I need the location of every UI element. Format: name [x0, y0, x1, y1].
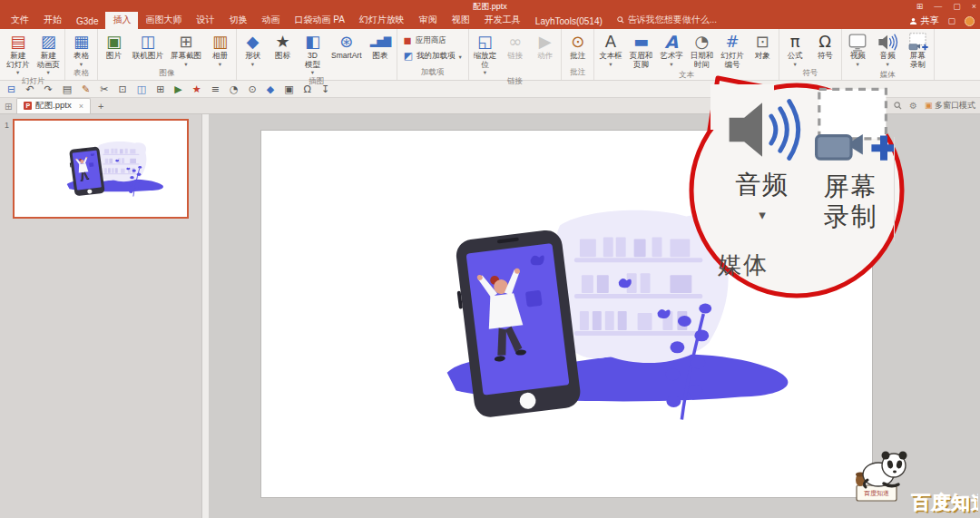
app-store-button[interactable]: ◼应用商店 — [401, 34, 449, 47]
header-footer-button[interactable]: ▬页眉和 页脚 — [626, 30, 657, 70]
date-time-button[interactable]: ◔日期和 时间 — [687, 30, 718, 70]
close-button[interactable]: × — [972, 0, 976, 13]
new-slide-button[interactable]: ▤新建 幻灯片▾ — [3, 30, 34, 76]
picture-icon[interactable]: ▣ — [284, 81, 293, 98]
tab-review[interactable]: 审阅 — [412, 12, 445, 29]
tell-me-box[interactable]: 告诉我您想要做什么... — [610, 12, 724, 29]
screen-recording-button[interactable]: 屏幕 录制 — [903, 30, 933, 70]
search-icon[interactable] — [894, 102, 902, 110]
text-box-button[interactable]: A文本框▾ — [595, 30, 626, 68]
ribbon-group-label: 媒体 — [843, 70, 933, 83]
ribbon-display-options-icon[interactable]: ⊞ — [916, 0, 924, 13]
symbol-button[interactable]: Ω符号 — [810, 30, 840, 62]
smartart-button[interactable]: ⊛SmartArt — [328, 30, 366, 62]
object-button[interactable]: ⊡对象 — [748, 30, 778, 62]
tab-g3de[interactable]: G3de — [69, 15, 105, 29]
new-slide-icon: ▤ — [10, 33, 25, 52]
edit-icon[interactable]: ✎ — [82, 81, 90, 98]
tab-pocket-animation[interactable]: 口袋动画 PA — [287, 12, 351, 29]
text-box-icon: A — [605, 33, 616, 52]
watermark-brand-text: 百度知道 百度知道 — [911, 492, 978, 514]
gear-icon[interactable]: ⚙ — [909, 101, 917, 111]
chart-button[interactable]: ▂▅▇图表 — [366, 30, 396, 62]
3d-models-button[interactable]: ◧3D 模型▾ — [298, 30, 328, 76]
ribbon-group-label: 批注 — [563, 67, 593, 80]
layout-icon[interactable]: ◫ — [137, 81, 146, 98]
save-icon[interactable]: ⊟ — [7, 81, 15, 98]
link-icon: ∞ — [508, 33, 522, 52]
button-label: 联机图片 — [132, 52, 163, 61]
ribbon-group: ▤新建 幻灯片▾▨新建 动画页▾幻灯片 — [2, 29, 65, 80]
list-icon[interactable]: ≡ — [211, 81, 220, 98]
online-picture-button[interactable]: ◫联机图片 — [129, 30, 167, 62]
tab-transitions[interactable]: 切换 — [221, 12, 254, 29]
tab-list-icon[interactable]: ⊞ — [0, 102, 16, 113]
icons-button[interactable]: ★图标 — [268, 30, 298, 62]
dropdown-arrow-icon: ▾ — [670, 61, 672, 67]
time-icon[interactable]: ◔ — [230, 81, 239, 98]
shapes-button[interactable]: ◆形状▾ — [238, 30, 268, 68]
slide-illustration — [261, 131, 872, 497]
tab-view[interactable]: 视图 — [445, 12, 477, 29]
play-icon[interactable]: ▶ — [174, 81, 181, 98]
export-icon[interactable]: ↧ — [321, 81, 329, 98]
audio-icon — [877, 33, 898, 52]
audio-button[interactable]: 音频▾ — [873, 30, 903, 68]
wordart-icon: A — [665, 33, 679, 52]
video-button[interactable]: 视频▾ — [843, 30, 873, 68]
redo-icon[interactable]: ↷ — [44, 81, 52, 98]
share-button[interactable]: 共享 — [909, 15, 938, 27]
equation-button[interactable]: π公式▾ — [780, 30, 810, 68]
dropdown-arrow-icon: ▾ — [16, 69, 19, 75]
tab-insert[interactable]: 插入 — [105, 12, 138, 29]
symbol-icon[interactable]: Ω — [304, 81, 311, 98]
minimize-button[interactable]: — — [934, 0, 942, 13]
tab-design[interactable]: 设计 — [189, 12, 221, 29]
button-label: 表格 — [74, 52, 89, 61]
tab-developer[interactable]: 开发工具 — [477, 12, 528, 29]
slide-number-button[interactable]: #幻灯片 编号 — [717, 30, 748, 70]
slide-thumbnail[interactable] — [13, 119, 189, 219]
ribbon-group-label: 符号 — [780, 68, 840, 81]
button-label: 相册 — [212, 52, 228, 61]
my-addins-button[interactable]: ◩我的加载项▾ — [401, 50, 465, 63]
tab-home[interactable]: 开始 — [36, 12, 69, 29]
shape-icon[interactable]: ◆ — [267, 81, 274, 98]
tab-file[interactable]: 文件 — [4, 12, 36, 29]
ribbon-collapse-icon[interactable]: ▢ — [947, 16, 956, 25]
object-icon: ⊡ — [756, 33, 769, 52]
slide-editing-surface[interactable] — [260, 130, 873, 498]
tab-draw-master[interactable]: 画图大师 — [138, 12, 189, 29]
tab-close-icon[interactable]: × — [79, 102, 83, 111]
screenshot-button[interactable]: ⊞屏幕截图▾ — [167, 30, 205, 68]
powerpoint-window: 配图.pptx ⊞—▢× 文件开始G3de插入画图大师设计切换动画口袋动画 PA… — [0, 0, 980, 518]
zoom-button[interactable]: ◱缩放定 位▾ — [470, 30, 501, 76]
new-anim-page-button[interactable]: ▨新建 动画页▾ — [34, 30, 64, 76]
new-tab-button[interactable]: + — [91, 101, 111, 113]
button-label: 对象 — [755, 52, 770, 61]
user-avatar[interactable] — [965, 16, 975, 26]
multi-window-toggle[interactable]: ▣ 多窗口模式 — [925, 100, 975, 112]
cut-icon[interactable]: ✂ — [100, 81, 108, 98]
favorite-icon[interactable]: ★ — [192, 81, 201, 98]
picture-button[interactable]: ▣图片 — [99, 30, 129, 62]
undo-icon[interactable]: ↶ — [25, 81, 34, 98]
tab-layhtools[interactable]: LayhTools(0514) — [528, 15, 610, 29]
photo-album-button[interactable]: ▥相册▾ — [205, 30, 235, 68]
button-label: 3D 模型 — [305, 52, 320, 69]
tab-slideshow[interactable]: 幻灯片放映 — [352, 12, 412, 29]
comment-icon[interactable]: ⊙ — [249, 81, 257, 98]
button-label: 公式 — [788, 52, 803, 61]
table-button[interactable]: ▦表格▾ — [66, 30, 96, 68]
action-button: ▶动作 — [530, 30, 560, 62]
object-icon[interactable]: ⊡ — [119, 81, 127, 98]
restore-button[interactable]: ▢ — [953, 0, 961, 13]
grid-icon[interactable]: ⊞ — [156, 81, 164, 98]
link-button: ∞链接 — [500, 30, 530, 62]
document-tab[interactable]: P 配图.pptx × — [16, 98, 91, 113]
new-icon[interactable]: ▤ — [63, 81, 72, 98]
comment-button[interactable]: ⊙批注 — [563, 30, 593, 62]
wordart-button[interactable]: A艺术字▾ — [656, 30, 687, 68]
tab-animations[interactable]: 动画 — [254, 12, 287, 29]
panel-scrollbar[interactable] — [201, 114, 209, 518]
